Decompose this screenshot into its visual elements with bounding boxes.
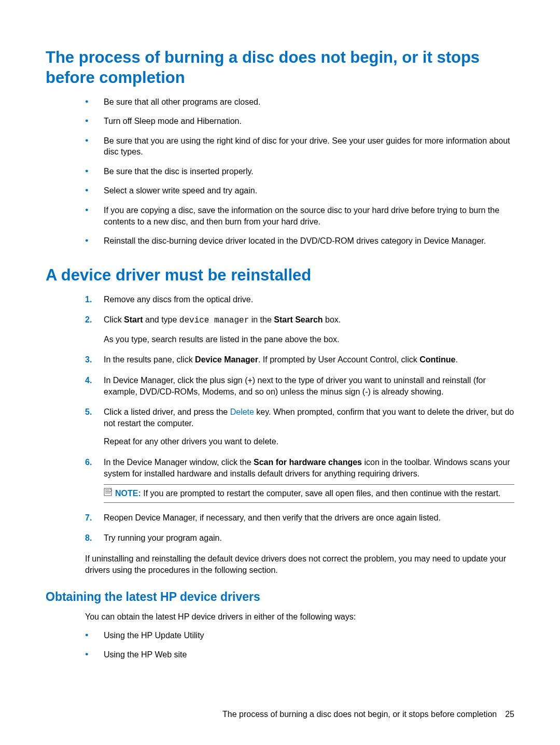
footer-text: The process of burning a disc does not b…: [222, 710, 497, 719]
sub-paragraph: As you type, search results are listed i…: [104, 334, 514, 345]
text: box.: [323, 315, 341, 324]
bold-text: Start: [124, 315, 143, 324]
section-heading-hp-drivers: Obtaining the latest HP device drivers: [46, 590, 514, 604]
text: In the Device Manager window, click the: [104, 458, 254, 467]
list-item: In the results pane, click Device Manage…: [85, 354, 514, 366]
bold-text: Start Search: [274, 315, 323, 324]
list-item: In the Device Manager window, click the …: [85, 457, 514, 503]
list-item: Turn off Sleep mode and Hibernation.: [85, 116, 514, 127]
ordered-list-driver: Remove any discs from the optical drive.…: [85, 294, 514, 544]
note-box: NOTE: If you are prompted to restart the…: [104, 484, 514, 503]
closing-paragraph: If uninstalling and reinstalling the def…: [85, 553, 514, 575]
bold-text: Continue: [419, 355, 455, 364]
text: Click a listed driver, and press the: [104, 407, 230, 416]
note-icon: [104, 488, 113, 499]
text: .: [456, 355, 458, 364]
section-heading-driver: A device driver must be reinstalled: [46, 265, 514, 286]
text: and type: [143, 315, 179, 324]
list-item: Remove any discs from the optical drive.: [85, 294, 514, 305]
page-footer: The process of burning a disc does not b…: [46, 710, 514, 719]
intro-paragraph: You can obtain the latest HP device driv…: [85, 611, 514, 623]
bold-text: Device Manager: [195, 355, 258, 364]
mono-text: device manager: [179, 316, 249, 325]
delete-key-link: Delete: [230, 407, 254, 416]
list-item: Click a listed driver, and press the Del…: [85, 406, 514, 447]
list-item: In Device Manager, click the plus sign (…: [85, 375, 514, 397]
list-item: Reopen Device Manager, if necessary, and…: [85, 512, 514, 524]
list-item: Using the HP Update Utility: [85, 630, 514, 641]
section-heading-burning: The process of burning a disc does not b…: [46, 48, 514, 88]
list-item: If you are copying a disc, save the info…: [85, 205, 514, 227]
list-item: Reinstall the disc-burning device driver…: [85, 235, 514, 247]
text: in the: [249, 315, 274, 324]
page-number: 25: [505, 710, 514, 719]
sub-paragraph: Repeat for any other drivers you want to…: [104, 436, 514, 447]
document-page: The process of burning a disc does not b…: [0, 0, 560, 745]
text: Click: [104, 315, 124, 324]
text: In the results pane, click: [104, 355, 195, 364]
list-item: Select a slower write speed and try agai…: [85, 185, 514, 196]
list-item: Using the HP Web site: [85, 649, 514, 660]
text: . If prompted by User Account Control, c…: [258, 355, 419, 364]
bullet-list-hp: Using the HP Update Utility Using the HP…: [85, 630, 514, 660]
note-label: NOTE:: [115, 489, 141, 498]
list-item: Try running your program again.: [85, 532, 514, 544]
list-item: Be sure that you are using the right kin…: [85, 135, 514, 158]
list-item: Be sure that all other programs are clos…: [85, 96, 514, 108]
bullet-list-burning: Be sure that all other programs are clos…: [85, 96, 514, 247]
list-item: Click Start and type device manager in t…: [85, 314, 514, 345]
list-item: Be sure that the disc is inserted proper…: [85, 166, 514, 177]
bold-text: Scan for hardware changes: [254, 458, 362, 467]
note-text: If you are prompted to restart the compu…: [143, 489, 500, 498]
